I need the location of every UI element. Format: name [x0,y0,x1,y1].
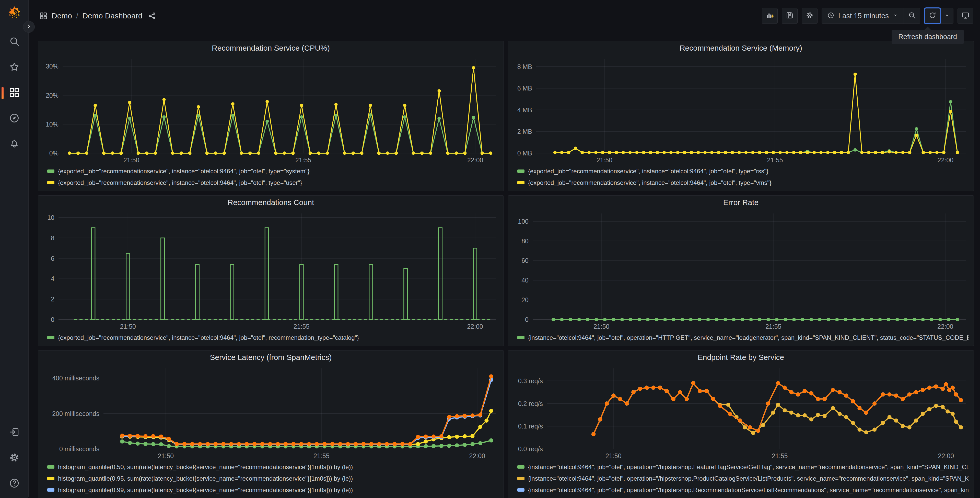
panel-service-latency: Service Latency (from SpanMetrics)400 mi… [38,350,504,498]
breadcrumb-section[interactable]: Demo [52,11,72,20]
share-dashboard-button[interactable] [148,12,156,20]
svg-text:21:55: 21:55 [295,156,312,164]
time-range-label: Last 15 minutes [838,12,889,20]
legend-swatch [47,169,54,173]
dashboards-grid-icon [39,12,48,20]
svg-text:0 milliseconds: 0 milliseconds [59,445,99,452]
svg-text:30%: 30% [46,63,59,70]
svg-text:20%: 20% [46,92,59,99]
legend: histogram_quantile(0.50, sum(rate(latenc… [38,461,504,498]
svg-text:80: 80 [522,238,528,245]
legend-item[interactable]: histogram_quantile(0.99, sum(rate(latenc… [47,484,498,496]
legend-label: {instance="otelcol:9464", job="otel", op… [528,475,969,482]
sidebar-item-explore[interactable] [5,109,24,128]
alerting-bell-icon [9,138,20,150]
panel-title[interactable]: Recommendation Service (Memory) [508,41,974,55]
svg-text:0.2 req/s: 0.2 req/s [518,400,543,407]
svg-text:0%: 0% [49,150,59,157]
search-icon [9,36,20,48]
legend-item[interactable]: {exported_job="recommendationservice", i… [47,165,498,177]
save-dashboard-button[interactable] [782,8,798,24]
sidebar-item-dashboards[interactable] [5,83,24,103]
panel-error-rate: Error Rate10080604020021:5021:5522:00{in… [508,195,974,346]
svg-text:0 MB: 0 MB [517,150,532,157]
sidebar-item-search[interactable] [5,32,24,52]
refresh-dashboard-button[interactable] [924,8,941,24]
settings-gear-icon [805,11,814,21]
svg-text:22:00: 22:00 [467,323,483,330]
add-panel-button[interactable] [762,8,778,24]
sidebar-item-starred[interactable] [5,58,24,77]
svg-text:21:50: 21:50 [158,452,174,460]
legend-swatch [47,465,54,469]
panel-title[interactable]: Recommendations Count [38,196,504,209]
legend-item[interactable]: {exported_job="recommendationservice", i… [47,332,498,343]
zoom-out-time-button[interactable] [904,8,920,24]
panel-memory: Recommendation Service (Memory)8 MB6 MB4… [508,41,974,191]
legend-item[interactable]: {exported_job="recommendationservice", i… [47,177,498,188]
svg-text:0.1 req/s: 0.1 req/s [518,423,543,430]
chart-recommendations-count[interactable]: 108642021:5021:5522:00 [38,209,504,331]
svg-text:21:50: 21:50 [123,156,140,164]
sidebar-item-sign-in[interactable] [5,423,24,442]
panel-title[interactable]: Service Latency (from SpanMetrics) [38,351,504,364]
settings-gear-icon [9,452,20,464]
panel-endpoint-rate: Endpoint Rate by Service0.3 req/s0.2 req… [508,350,974,498]
svg-text:0.0 req/s: 0.0 req/s [518,445,543,452]
grafana-logo-icon[interactable] [6,5,23,22]
legend-label: {exported_job="recommendationservice", i… [58,334,359,341]
legend-item[interactable]: {exported_job="recommendationservice", i… [517,177,969,188]
legend-item[interactable]: {instance="otelcol:9464", job="otel", op… [517,473,969,484]
legend-label: {exported_job="recommendationservice", i… [58,179,302,186]
dashboard-settings-button[interactable] [802,8,818,24]
sidebar-expand-button[interactable] [23,21,35,33]
chart-endpoint-rate[interactable]: 0.3 req/s0.2 req/s0.1 req/s0.0 req/s21:5… [508,364,974,461]
breadcrumb-page: Demo Dashboard [82,11,142,20]
chart-error-rate[interactable]: 10080604020021:5021:5522:00 [508,209,974,331]
panel-cpu: Recommendation Service (CPU%)30%20%10%0%… [38,41,504,191]
chart-service-latency[interactable]: 400 milliseconds200 milliseconds0 millis… [38,364,504,461]
chart-cpu[interactable]: 30%20%10%0%21:5021:5522:00 [38,55,504,165]
legend-item[interactable]: {instance="otelcol:9464", job="otel", op… [517,461,969,473]
legend: {instance="otelcol:9464", job="otel", op… [508,331,974,346]
cycle-view-button[interactable] [958,8,974,24]
legend-swatch [517,477,525,480]
top-nav-bar: Demo / Demo Dashboard [29,0,980,32]
legend-swatch [47,488,54,492]
svg-text:21:55: 21:55 [772,452,788,460]
svg-text:4 MB: 4 MB [517,106,532,113]
legend-item[interactable]: {instance="otelcol:9464", job="otel", op… [517,496,969,498]
chevron-right-icon [26,23,32,30]
legend-swatch [47,477,54,480]
sidebar-item-help[interactable] [5,474,24,493]
monitor-icon [961,11,969,21]
sidebar-item-settings[interactable] [5,449,24,468]
legend-item[interactable]: histogram_quantile(0.95, sum(rate(latenc… [47,473,498,484]
svg-text:22:00: 22:00 [937,323,953,330]
legend-item[interactable]: histogram_quantile(0.999, sum(rate(laten… [47,496,498,498]
legend-item[interactable]: {instance="otelcol:9464", job="otel", op… [517,484,969,496]
sidebar [0,0,29,498]
panel-title[interactable]: Endpoint Rate by Service [508,351,974,364]
svg-text:6: 6 [51,255,54,262]
svg-text:21:50: 21:50 [606,452,622,460]
clock-icon [827,11,835,20]
legend-label: {instance="otelcol:9464", job="otel", op… [528,487,969,494]
legend-item[interactable]: histogram_quantile(0.50, sum(rate(latenc… [47,461,498,473]
svg-text:200 milliseconds: 200 milliseconds [52,410,99,417]
sidebar-nav-top [5,32,24,154]
legend: {instance="otelcol:9464", job="otel", op… [508,461,974,498]
legend-swatch [517,465,525,469]
legend-label: histogram_quantile(0.99, sum(rate(latenc… [58,487,353,494]
svg-text:2: 2 [51,295,54,303]
sidebar-item-alerting[interactable] [5,134,24,154]
legend-item[interactable]: {exported_job="recommendationservice", i… [517,165,969,177]
legend-item[interactable]: {instance="otelcol:9464", job="otel", op… [517,332,969,343]
panel-title[interactable]: Error Rate [508,196,974,209]
time-range-control: Last 15 minutes [822,8,920,24]
time-range-picker[interactable]: Last 15 minutes [822,8,904,24]
refresh-interval-picker[interactable] [941,8,953,24]
panel-title[interactable]: Recommendation Service (CPU%) [38,41,504,55]
zoom-out-icon [908,11,916,21]
chart-memory[interactable]: 8 MB6 MB4 MB2 MB0 MB21:5021:5522:00 [508,55,974,165]
